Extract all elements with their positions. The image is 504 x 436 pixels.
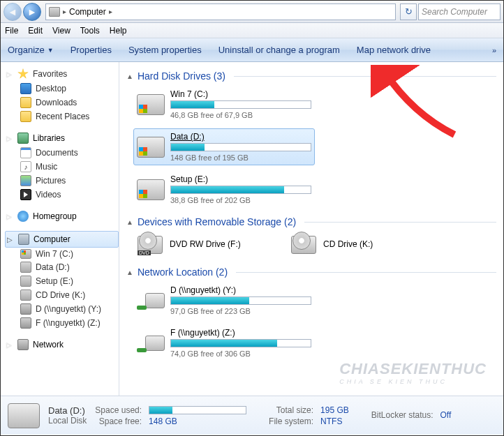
collapse-icon: ▲ [126, 218, 133, 226]
sidebar-videos[interactable]: Videos [5, 188, 119, 202]
sidebar-drive-z[interactable]: F (\\nguyetkt) (Z:) [5, 316, 119, 330]
drive-icon [137, 179, 165, 200]
capacity-fill [171, 340, 277, 347]
breadcrumb-sep: ▸ [109, 8, 112, 15]
content-pane: ▲Hard Disk Drives (3) Win 7 (C:) 46,8 GB… [119, 62, 503, 396]
capacity-bar [170, 296, 311, 305]
network-drive-icon [137, 333, 165, 354]
address-bar[interactable]: ▸ Computer ▸ [45, 3, 396, 20]
sidebar-documents[interactable]: Documents [5, 146, 119, 160]
drive-free-text: 97,0 GB free of 223 GB [170, 307, 311, 315]
label-space-used: Space used: [95, 405, 142, 415]
homegroup-icon [17, 211, 29, 222]
recent-icon [20, 111, 31, 122]
map-network-drive-button[interactable]: Map network drive [357, 45, 431, 55]
sidebar-drive-d[interactable]: Data (D:) [5, 260, 119, 274]
menu-edit[interactable]: Edit [28, 26, 43, 36]
sidebar-downloads[interactable]: Downloads [5, 96, 119, 110]
breadcrumb-sep: ▸ [63, 8, 66, 15]
search-placeholder: Search Computer [422, 7, 487, 17]
search-input[interactable]: Search Computer [418, 3, 501, 20]
group-network-header[interactable]: ▲Network Location (2) [126, 266, 496, 278]
capacity-bar [170, 339, 311, 347]
star-icon [17, 68, 29, 80]
capacity-fill [171, 297, 249, 304]
libraries-group[interactable]: ▷Libraries [5, 130, 119, 146]
videos-icon [20, 189, 31, 200]
drive-tile-k[interactable]: CD Drive (K:) [287, 232, 427, 258]
capacity-bar [170, 143, 311, 151]
network-drive-icon [137, 290, 165, 311]
drive-tile-z[interactable]: F (\\nguyetkt) (Z:) 74,0 GB free of 306 … [133, 324, 315, 361]
breadcrumb-root[interactable]: Computer [69, 7, 106, 17]
favorites-group[interactable]: ▷Favorites [5, 66, 119, 82]
homegroup-group[interactable]: ▷Homegroup [5, 209, 119, 224]
drive-icon [20, 276, 31, 287]
details-pane: Data (D:) Local Disk Space used: Space f… [1, 396, 503, 435]
menu-file[interactable]: File [5, 26, 18, 36]
drive-tile-e[interactable]: Setup (E:) 38,8 GB free of 202 GB [133, 171, 315, 208]
drive-free-text: 38,8 GB free of 202 GB [170, 196, 311, 204]
collapse-icon: ▲ [126, 73, 133, 80]
detail-type: Local Disk [48, 416, 87, 426]
label-bitlocker: BitLocker status: [371, 410, 433, 420]
drive-tile-f[interactable]: DVD DVD RW Drive (F:) [133, 232, 273, 258]
group-removable-header[interactable]: ▲Devices with Removable Storage (2) [126, 216, 496, 227]
sidebar-pictures[interactable]: Pictures [5, 174, 119, 188]
drive-label: CD Drive (K:) [323, 239, 373, 249]
drive-tile-y[interactable]: D (\\nguyetkt) (Y:) 97,0 GB free of 223 … [133, 282, 315, 319]
drive-free-text: 46,8 GB free of 67,9 GB [170, 111, 311, 119]
drive-label: Data (D:) [170, 132, 311, 142]
folder-icon [20, 97, 31, 108]
computer-icon [49, 7, 60, 17]
drive-label: Win 7 (C:) [170, 89, 311, 99]
properties-button[interactable]: Properties [71, 45, 112, 55]
drive-tile-d[interactable]: Data (D:) 148 GB free of 195 GB [133, 128, 315, 165]
network-drive-icon [20, 317, 31, 329]
sidebar-desktop[interactable]: Desktop [5, 82, 119, 96]
sidebar-recent[interactable]: Recent Places [5, 110, 119, 123]
organize-button[interactable]: Organize ▼ [8, 45, 54, 55]
drive-icon [20, 290, 31, 301]
menu-tools[interactable]: Tools [80, 26, 100, 36]
capacity-bar [170, 100, 311, 109]
sidebar-drive-c[interactable]: Win 7 (C:) [5, 248, 119, 260]
refresh-button[interactable]: ↻ [400, 3, 417, 20]
cd-drive-icon [290, 234, 318, 255]
drive-tile-c[interactable]: Win 7 (C:) 46,8 GB free of 67,9 GB [133, 86, 315, 123]
sidebar-drive-e[interactable]: Setup (E:) [5, 274, 119, 288]
value-space-used [149, 405, 246, 415]
drive-icon [20, 262, 31, 273]
label-total-size: Total size: [269, 405, 313, 415]
network-group[interactable]: ▷Network [5, 337, 119, 352]
drive-icon [137, 137, 165, 158]
sidebar-music[interactable]: ♪Music [5, 160, 119, 174]
drive-label: D (\\nguyetkt) (Y:) [170, 285, 311, 295]
watermark: CHIASEKIENTHUC CHIA SE KIEN THUC [339, 360, 487, 385]
forward-button[interactable]: ► [23, 3, 41, 21]
value-file-system: NTFS [320, 416, 349, 426]
uninstall-button[interactable]: Uninstall or change a program [218, 45, 340, 55]
computer-group[interactable]: ▷Computer [5, 231, 119, 248]
menu-view[interactable]: View [52, 26, 71, 36]
menu-help[interactable]: Help [110, 26, 127, 36]
value-total-size: 195 GB [320, 405, 349, 415]
sidebar-drive-k[interactable]: CD Drive (K:) [5, 288, 119, 302]
capacity-fill [171, 144, 205, 151]
capacity-fill [171, 186, 284, 193]
collapse-icon: ▲ [126, 269, 133, 276]
menu-bar: File Edit View Tools Help [1, 23, 503, 38]
network-icon [17, 339, 29, 350]
group-hdd-header[interactable]: ▲Hard Disk Drives (3) [126, 70, 496, 82]
drive-icon [8, 403, 40, 428]
drive-free-text: 74,0 GB free of 306 GB [170, 349, 311, 358]
capacity-fill [171, 101, 214, 108]
capacity-bar [170, 186, 311, 194]
label-file-system: File system: [269, 416, 313, 426]
sidebar-drive-y[interactable]: D (\\nguyetkt) (Y:) [5, 302, 119, 316]
back-button[interactable]: ◄ [3, 3, 22, 21]
overflow-button[interactable]: » [492, 46, 496, 54]
network-drive-icon [20, 303, 31, 315]
chevron-down-icon: ▼ [47, 47, 54, 54]
system-properties-button[interactable]: System properties [128, 45, 202, 55]
